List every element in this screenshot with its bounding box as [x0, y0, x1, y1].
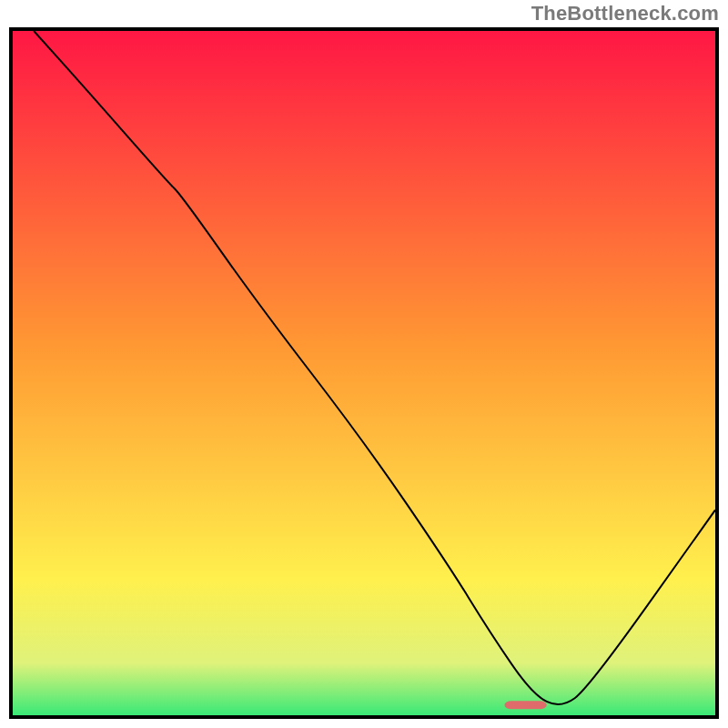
- bottleneck-curve: [34, 31, 715, 704]
- watermark-text: TheBottleneck.com: [531, 2, 719, 25]
- plot-area: [13, 31, 715, 715]
- curve-layer: [13, 31, 715, 715]
- optimal-marker: [504, 701, 546, 709]
- plot-border: [9, 27, 719, 719]
- chart-frame: TheBottleneck.com: [0, 0, 728, 728]
